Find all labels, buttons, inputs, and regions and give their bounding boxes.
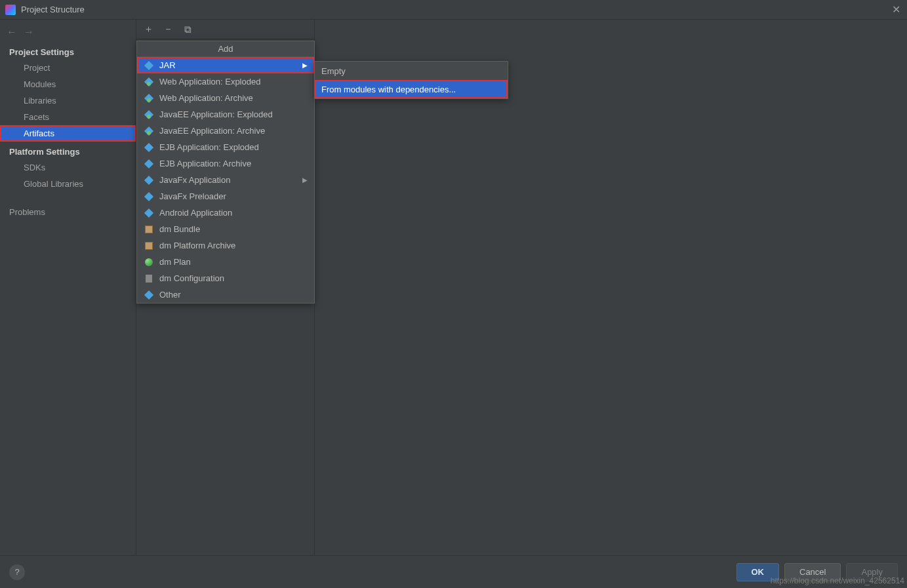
diamond-icon xyxy=(144,191,154,202)
sidebar-item-sdks[interactable]: SDKs xyxy=(0,159,136,176)
menu-item-label: JavaFx Application xyxy=(159,175,297,185)
add-menu-item-javafx-preloader[interactable]: JavaFx Preloader xyxy=(137,188,314,205)
box-icon xyxy=(144,224,154,235)
diamond-globe-icon xyxy=(144,109,154,120)
sidebar-item-facets[interactable]: Facets xyxy=(0,109,136,125)
add-menu-item-ejb-application-exploded[interactable]: EJB Application: Exploded xyxy=(137,139,314,155)
window-title: Project Structure xyxy=(21,5,890,14)
diamond-globe-icon xyxy=(144,126,154,136)
sidebar-item-problems[interactable]: Problems xyxy=(0,204,136,220)
menu-item-label: dm Plan xyxy=(159,257,308,267)
titlebar: Project Structure ✕ xyxy=(0,0,907,20)
add-menu-item-javaee-application-archive[interactable]: JavaEE Application: Archive xyxy=(137,123,314,139)
add-menu-item-ejb-application-archive[interactable]: EJB Application: Archive xyxy=(137,155,314,172)
sidebar: ← → Project Settings Project Modules Lib… xyxy=(0,20,136,555)
diamond-globe-icon xyxy=(144,77,154,87)
help-button[interactable]: ? xyxy=(9,564,25,580)
apply-button[interactable]: Apply xyxy=(846,563,898,581)
platform-settings-header: Platform Settings xyxy=(0,142,136,159)
add-menu-item-jar[interactable]: JAR▶ xyxy=(137,57,314,73)
diamond-icon xyxy=(144,208,154,218)
file-icon xyxy=(144,273,154,284)
jar-submenu-item-empty[interactable]: Empty xyxy=(315,62,508,80)
sidebar-item-artifacts[interactable]: Artifacts xyxy=(0,125,136,142)
add-button[interactable]: ＋ xyxy=(142,23,155,36)
add-menu-item-javafx-application[interactable]: JavaFx Application▶ xyxy=(137,172,314,188)
menu-item-label: JavaEE Application: Archive xyxy=(159,126,308,136)
menu-item-label: dm Configuration xyxy=(159,273,308,283)
add-menu-item-android-application[interactable]: Android Application xyxy=(137,205,314,221)
add-menu-item-javaee-application-exploded[interactable]: JavaEE Application: Exploded xyxy=(137,106,314,123)
add-popup-title: Add xyxy=(137,41,314,57)
remove-button[interactable]: － xyxy=(161,23,174,36)
menu-item-label: JAR xyxy=(159,60,297,70)
cancel-button[interactable]: Cancel xyxy=(784,563,841,581)
back-icon[interactable]: ← xyxy=(7,26,17,38)
diamond-icon xyxy=(144,142,154,153)
list-toolbar: ＋ － ⧉ xyxy=(136,20,314,39)
submenu-arrow-icon: ▶ xyxy=(302,62,308,69)
menu-item-label: JavaEE Application: Exploded xyxy=(159,109,308,119)
diamond-globe-icon xyxy=(144,93,154,104)
forward-icon[interactable]: → xyxy=(24,26,34,38)
add-menu-item-web-application-archive[interactable]: Web Application: Archive xyxy=(137,90,314,106)
menu-item-label: Web Application: Exploded xyxy=(159,77,308,87)
menu-item-label: dm Bundle xyxy=(159,224,308,234)
menu-item-label: Web Application: Archive xyxy=(159,93,308,103)
add-menu-item-web-application-exploded[interactable]: Web Application: Exploded xyxy=(137,73,314,90)
content-area xyxy=(315,20,907,555)
nav-history: ← → xyxy=(0,22,136,42)
diamond-icon xyxy=(144,290,154,300)
jar-submenu-item-from-modules-with-dependencies[interactable]: From modules with dependencies... xyxy=(315,80,508,98)
footer: ? OK Cancel Apply xyxy=(0,555,907,588)
menu-item-label: Other xyxy=(159,290,308,300)
menu-item-label: JavaFx Preloader xyxy=(159,191,308,201)
add-menu-item-dm-bundle[interactable]: dm Bundle xyxy=(137,221,314,237)
project-settings-header: Project Settings xyxy=(0,42,136,60)
submenu-arrow-icon: ▶ xyxy=(302,176,308,184)
add-menu-item-dm-configuration[interactable]: dm Configuration xyxy=(137,270,314,286)
diamond-icon xyxy=(144,60,154,71)
sidebar-item-modules[interactable]: Modules xyxy=(0,76,136,92)
add-menu-item-dm-platform-archive[interactable]: dm Platform Archive xyxy=(137,237,314,254)
app-icon xyxy=(5,5,16,15)
diamond-icon xyxy=(144,159,154,169)
jar-submenu-popup: EmptyFrom modules with dependencies... xyxy=(314,61,508,99)
menu-item-label: Empty xyxy=(321,66,501,76)
box-icon xyxy=(144,241,154,251)
sidebar-item-libraries[interactable]: Libraries xyxy=(0,92,136,109)
sidebar-item-project[interactable]: Project xyxy=(0,60,136,76)
menu-item-label: From modules with dependencies... xyxy=(321,85,501,94)
add-menu-item-dm-plan[interactable]: dm Plan xyxy=(137,254,314,270)
menu-item-label: Android Application xyxy=(159,208,308,218)
menu-item-label: EJB Application: Exploded xyxy=(159,142,308,152)
ball-icon xyxy=(144,257,154,267)
menu-item-label: EJB Application: Archive xyxy=(159,159,308,168)
close-icon[interactable]: ✕ xyxy=(890,3,902,16)
diamond-icon xyxy=(144,175,154,186)
copy-button[interactable]: ⧉ xyxy=(181,23,194,36)
add-popup: Add JAR▶Web Application: ExplodedWeb App… xyxy=(136,41,315,304)
menu-item-label: dm Platform Archive xyxy=(159,241,308,250)
ok-button[interactable]: OK xyxy=(736,563,780,581)
add-menu-item-other[interactable]: Other xyxy=(137,286,314,303)
sidebar-item-global-libraries[interactable]: Global Libraries xyxy=(0,176,136,192)
